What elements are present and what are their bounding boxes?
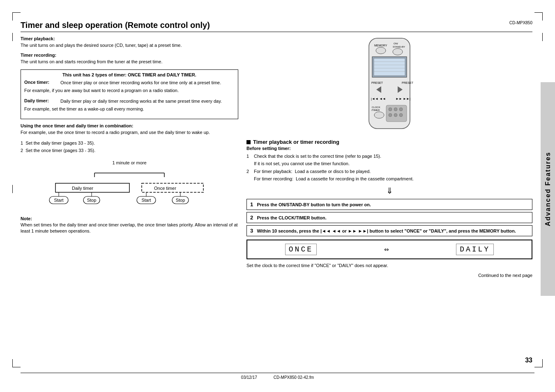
check-step-2: 2 For timer playback: Load a cassette or… [246,168,532,175]
svg-rect-40 [386,105,407,122]
once-timer-row: Once timer: Once timer play or once time… [24,80,235,86]
note-title: Note: [21,216,238,221]
step-2-text: Press the CLOCK/TIMER button. [257,215,326,220]
step-3-text: Within 10 seconds, press the |◄◄ ◄◄ or ►… [257,228,516,233]
using-step2: 2 Set the once timer (pages 33 - 35). [21,148,238,154]
corner-mark-tr [534,12,543,21]
before-setting: Before setting timer: [246,146,532,151]
two-column-layout: Timer playback: The unit turns on and pl… [21,36,532,278]
svg-text:ON/: ON/ [394,42,398,45]
svg-point-41 [389,108,392,111]
check-step-2a: For timer playback: Load a cassette or d… [254,168,532,175]
bold-step-3: 3 Within 10 seconds, press the |◄◄ ◄◄ or… [246,225,532,236]
arrow-down-icon: ⇓ [246,186,532,196]
svg-point-45 [394,113,397,117]
svg-text:PRESET: PRESET [371,81,383,84]
square-bullet-icon [246,140,251,144]
svg-point-24 [393,48,403,55]
timer-playback-text: The unit turns on and plays the desired … [21,42,238,48]
step-3-num: 3 [250,228,253,234]
side-line [542,33,543,41]
side-line [12,185,13,193]
step-2-num: 2 [250,214,253,221]
main-content: Timer and sleep operation (Remote contro… [21,21,532,363]
once-timer-example: For example, if you are away but want to… [24,88,235,94]
timer-diagram: 1 minute or more Daily timer Once timer [21,160,238,212]
using-title: Using the once timer and daily timer in … [21,123,238,128]
svg-text:CLOCK: CLOCK [372,106,380,108]
set-clock-note: Set the clock to the correct time if "ON… [246,263,532,269]
bold-step-2: 2 Press the CLOCK/TIMER button. [246,212,532,223]
footer-date: 03/12/17 [241,375,257,380]
corner-mark-bl [12,359,21,367]
svg-text:MEMORY: MEMORY [374,44,387,47]
display-arrow-icon: ⇔ [384,246,389,253]
chapter-tab: Advanced Features [541,82,555,296]
svg-text:Stop: Stop [176,198,185,203]
svg-text:PRESET: PRESET [402,81,414,84]
once-timer-label: Once timer: [24,80,57,86]
svg-point-39 [374,112,384,118]
footer-file: CD-MPX850 02-42.fm [274,375,314,380]
svg-text:STAND-BY: STAND-BY [393,46,405,48]
diagram-label-top: 1 minute or more [21,160,238,165]
display-once: ONCE [285,244,317,255]
timer-recording-label: Timer recording: [21,53,238,58]
using-text: For example, use the once timer to recor… [21,129,238,136]
svg-text:/TIMER: /TIMER [371,109,380,111]
page-title: Timer and sleep operation (Remote contro… [21,21,532,32]
remote-control-image: MEMORY ON/ STAND-BY PRESET PRESET [357,36,422,135]
svg-text:Start: Start [54,198,63,203]
check-step-2b: For timer recording: Load a cassette for… [246,176,532,182]
timer-pb-heading-text: Timer playback or timer recording [253,139,339,145]
corner-mark-tl [12,12,21,21]
step-1-text: Press the ON/STAND-BY button to turn the… [257,202,371,207]
timer-box-title: This unit has 2 types of timer: ONCE TIM… [24,72,235,77]
svg-text:Start: Start [141,198,151,203]
bold-step-1: 1 Press the ON/STAND-BY button to turn t… [246,199,532,210]
daily-timer-label: Daily timer: [24,98,57,104]
left-column: Timer playback: The unit turns on and pl… [21,36,238,278]
timer-types-box: This unit has 2 types of timer: ONCE TIM… [21,69,238,120]
svg-point-42 [394,108,397,111]
check-step-1: 1 Check that the clock is set to the cor… [246,153,532,159]
svg-text:Stop: Stop [87,198,97,203]
daily-timer-desc: Daily timer play or daily timer recordin… [60,98,222,104]
diagram-svg: Daily timer Once timer Start Stop Start [35,167,224,212]
svg-text:►► ►►|: ►► ►►| [396,97,410,101]
check-step-1-text: Check that the clock is set to the corre… [254,153,532,159]
note-text: When set times for the daily timer and o… [21,222,238,235]
using-step1: 1 Set the daily timer (pages 33 - 35). [21,140,238,146]
svg-point-43 [399,108,403,111]
daily-timer-example: For example, set the timer as a wake-up … [24,106,235,112]
daily-timer-row: Daily timer: Daily timer play or daily t… [24,98,235,104]
footer: 03/12/17 CD-MPX850 02-42.fm [21,373,534,380]
display-box: ONCE ⇔ DAILY [246,240,532,259]
svg-point-44 [389,113,392,117]
check-step-2-num: 2 [246,168,251,175]
corner-mark-br [534,359,543,367]
timer-playback-label: Timer playback: [21,36,238,41]
once-timer-desc: Once timer play or once timer recording … [60,80,221,86]
svg-text:Once timer: Once timer [154,186,176,191]
timer-pb-heading: Timer playback or timer recording [246,139,532,145]
step-1-num: 1 [250,201,253,208]
svg-text:|◄◄ ◄◄: |◄◄ ◄◄ [371,97,386,101]
right-column: MEMORY ON/ STAND-BY PRESET PRESET [246,36,532,278]
continued-text: Continued to the next page [246,273,532,278]
svg-point-46 [399,113,403,117]
chapter-tab-label: Advanced Features [544,152,552,226]
svg-point-21 [376,47,386,54]
check-step-1-sub: If it is not set, you cannot use the tim… [246,161,532,167]
timer-recording-text: The unit turns on and starts recording f… [21,59,238,65]
display-daily: DAILY [456,244,494,255]
side-line [12,33,13,41]
svg-text:Daily timer: Daily timer [72,186,93,191]
svg-rect-26 [374,58,405,76]
check-step-1-num: 1 [246,153,251,159]
